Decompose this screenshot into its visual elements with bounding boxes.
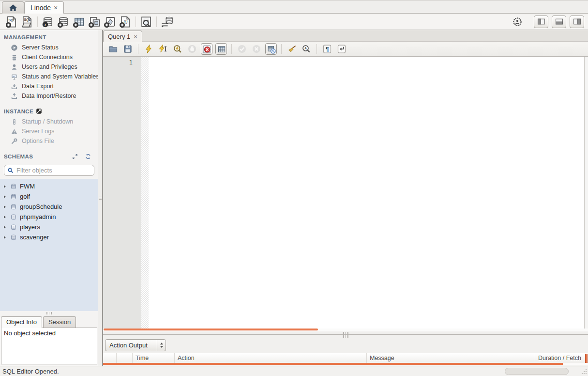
schema-inspector-button[interactable]: [40, 15, 56, 29]
output-vertical-scrollbar[interactable]: [585, 354, 588, 364]
tab-session[interactable]: Session: [43, 316, 76, 328]
combo-spinner-icon[interactable]: [157, 340, 166, 351]
close-tab-icon[interactable]: ×: [54, 4, 58, 11]
search-icon: [7, 167, 14, 174]
output-horizontal-scrollbar: [103, 363, 588, 365]
output-combo-row: Action Output: [103, 338, 588, 353]
save-button[interactable]: [122, 43, 134, 55]
refresh-schemas-icon: [85, 153, 91, 160]
commit-button[interactable]: [236, 43, 248, 55]
home-tab[interactable]: [2, 1, 24, 14]
save-icon: [123, 44, 133, 54]
create-table-button[interactable]: [71, 15, 87, 29]
caret-right-icon[interactable]: [2, 204, 7, 209]
output-col-action: Action: [175, 353, 367, 363]
create-procedure-button[interactable]: [102, 15, 118, 29]
schema-row-phpmyadmin[interactable]: phpmyadmin: [0, 212, 98, 222]
sidebar-item-startup-shutdown[interactable]: Startup / Shutdown: [0, 117, 98, 126]
schema-row-fwm[interactable]: FWM: [0, 181, 98, 191]
refresh-schemas-button[interactable]: [84, 153, 92, 160]
create-function-icon: [119, 16, 132, 28]
execute-current-icon: [158, 44, 168, 54]
stop-button[interactable]: [186, 43, 198, 55]
limit-rows-button[interactable]: [215, 43, 227, 55]
open-sql-script-button[interactable]: [19, 15, 35, 29]
output-view-selector[interactable]: Action Output: [105, 339, 166, 351]
options-file-icon: [11, 138, 18, 145]
caret-right-icon[interactable]: [2, 194, 7, 199]
rollback-button[interactable]: [251, 43, 262, 55]
sidebar-item-options-file[interactable]: Options File: [0, 136, 98, 146]
preferences-button[interactable]: [510, 15, 525, 29]
sidebar-item-status-variables[interactable]: Status and System Variables: [0, 72, 98, 81]
schema-db-icon: [10, 213, 17, 221]
object-info-content: No object selected: [1, 328, 97, 364]
explain-button[interactable]: [172, 43, 183, 55]
schema-db-icon: [10, 223, 17, 231]
toggle-stop-on-error-icon: [202, 45, 211, 54]
caret-right-icon[interactable]: [2, 235, 7, 240]
status-message: SQL Editor Opened.: [2, 368, 59, 375]
client-connections-icon: [11, 54, 18, 61]
toggle-autocommit-button[interactable]: [265, 43, 277, 55]
close-query-tab-icon[interactable]: ×: [134, 33, 137, 40]
sidebar-item-data-import[interactable]: Data Import/Restore: [0, 91, 98, 101]
toggle-stop-on-error-button[interactable]: [201, 43, 212, 55]
sidebar-item-server-status[interactable]: Server Status: [0, 43, 98, 52]
execute-current-button[interactable]: [157, 43, 169, 55]
schema-row-groupschedule[interactable]: groupSchedule: [0, 202, 98, 212]
schema-row-golf[interactable]: golf: [0, 191, 98, 202]
sql-editor-surface[interactable]: [149, 57, 584, 329]
beautify-button[interactable]: [286, 43, 298, 55]
wrap-text-icon: [337, 44, 347, 54]
open-file-button[interactable]: [107, 43, 119, 55]
toolbar-separator: [317, 44, 317, 54]
window-resize-grip[interactable]: [581, 369, 587, 374]
find-button[interactable]: [301, 43, 312, 55]
new-sql-tab-button[interactable]: [4, 15, 19, 29]
status-bar: SQL Editor Opened.: [0, 366, 588, 376]
execute-button[interactable]: [143, 43, 154, 55]
editor-vertical-scrollbar[interactable]: [584, 57, 588, 329]
schema-filter-input[interactable]: [16, 167, 102, 174]
search-data-button[interactable]: [138, 15, 154, 29]
sidebar-item-data-export[interactable]: Data Export: [0, 81, 98, 91]
caret-right-icon[interactable]: [2, 225, 7, 230]
vertical-splitter[interactable]: [98, 30, 103, 366]
line-number: 1: [129, 59, 133, 66]
schema-row-players[interactable]: players: [0, 222, 98, 232]
find-icon: [302, 44, 311, 54]
editor-output-splitter[interactable]: [103, 331, 588, 338]
schema-db-icon: [10, 183, 17, 190]
toggle-right-sidebar-button[interactable]: [570, 16, 584, 28]
show-invisibles-button[interactable]: [321, 43, 333, 55]
sidebar-item-users-privileges[interactable]: Users and Privileges: [0, 62, 98, 72]
sql-editor-toolbar: [103, 42, 588, 57]
main-toolbar: [0, 14, 588, 30]
caret-right-icon[interactable]: [2, 184, 7, 189]
toggle-left-sidebar-button[interactable]: [534, 16, 548, 28]
create-schema-button[interactable]: [56, 15, 71, 29]
create-view-button[interactable]: [87, 15, 102, 29]
sidebar-item-server-logs[interactable]: Server Logs: [0, 126, 98, 136]
reconnect-database-button[interactable]: [159, 15, 175, 29]
tab-query-1[interactable]: Query 1 ×: [103, 31, 142, 42]
wrap-text-button[interactable]: [336, 43, 347, 55]
schema-db-icon: [10, 203, 17, 211]
output-hscroll-thumb[interactable]: [103, 363, 563, 365]
create-function-button[interactable]: [118, 15, 133, 29]
schema-db-icon: [10, 193, 17, 201]
tab-object-info[interactable]: Object Info: [1, 316, 42, 328]
expand-panel-button[interactable]: [71, 153, 79, 160]
startup-shutdown-icon: [11, 118, 18, 125]
sidebar-item-client-connections[interactable]: Client Connections: [0, 52, 98, 62]
connection-tab-linode[interactable]: Linode ×: [24, 1, 64, 14]
rollback-icon: [252, 44, 261, 54]
editor-hscroll-thumb[interactable]: [104, 329, 318, 330]
caret-right-icon[interactable]: [2, 215, 7, 219]
toolbar-separator: [136, 16, 136, 27]
wrench-badge-icon: [36, 108, 42, 114]
schema-row-scavenger[interactable]: scavenger: [0, 232, 98, 242]
toggle-output-area-button[interactable]: [552, 16, 566, 28]
sidebar-horizontal-splitter[interactable]: [0, 311, 98, 315]
